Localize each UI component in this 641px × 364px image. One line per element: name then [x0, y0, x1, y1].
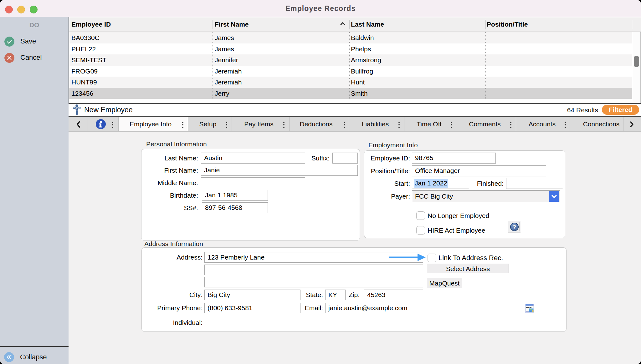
svg-text:?: ? [513, 224, 516, 230]
